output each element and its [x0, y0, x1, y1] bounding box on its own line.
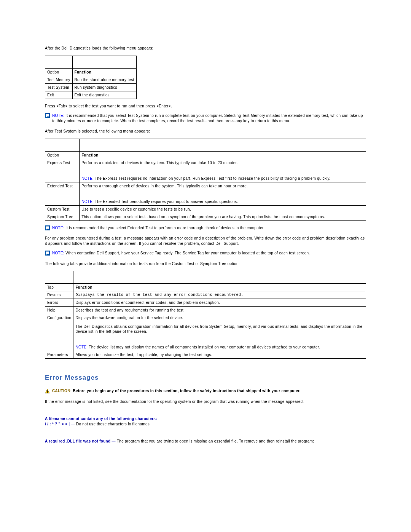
note-label: NOTE: [52, 251, 64, 255]
document-page: After the Dell Diagnostics loads the fol… [0, 0, 411, 471]
cell: Displays the results of the test and any… [73, 291, 366, 299]
table-row: Test Memory Run the stand-alone memory t… [45, 76, 137, 83]
svg-rect-1 [47, 392, 48, 392]
options-table-1: Option Function Test Memory Run the stan… [45, 56, 137, 99]
svg-rect-0 [47, 390, 48, 392]
cell: Displays the hardware configuration for … [73, 314, 366, 351]
note-text: NOTE: When contacting Dell Support, have… [52, 251, 310, 256]
table-row: Custom Test Use to test a specific devic… [45, 205, 366, 213]
cell-note: NOTE: The device list may not display th… [75, 345, 364, 350]
table-row: Configuration Displays the hardware conf… [45, 314, 366, 351]
note-label: NOTE: [75, 345, 88, 349]
error-title: A filename cannot contain any of the fol… [45, 417, 157, 421]
note-body: The device list may not display the name… [88, 345, 320, 349]
table-row: Help Describes the test and any requirem… [45, 307, 366, 314]
table-row: Test System Run system diagnostics [45, 83, 137, 91]
note-body: The Extended Test periodically requires … [94, 200, 238, 204]
note-text: NOTE: It is recommended that you select … [52, 113, 366, 123]
cell-note: NOTE: The Extended Test periodically req… [81, 199, 364, 204]
cell: Results [45, 291, 73, 299]
cell: Run system diagnostics [72, 83, 136, 91]
table-row: Extended Test Performs a thorough check … [45, 182, 366, 205]
table-row: Exit Exit the diagnostics [45, 91, 137, 99]
note-block: NOTE: It is recommended that you select … [45, 225, 366, 231]
table-row: Results Displays the results of the test… [45, 291, 366, 299]
table-header-function: Function [80, 151, 366, 159]
cell: Run the stand-alone memory test [72, 76, 136, 83]
note-body: It is recommended that you select Test S… [52, 113, 363, 123]
cell-text: The Dell Diagnostics obtains configurati… [75, 324, 364, 334]
cell: Use to test a specific device or customi… [80, 205, 366, 213]
cell: Help [45, 307, 73, 314]
paragraph: After the Dell Diagnostics loads the fol… [45, 46, 366, 51]
cell: Parameters [45, 351, 73, 359]
note-block: NOTE: It is recommended that you select … [45, 113, 366, 123]
error-text: The program that you are trying to open … [117, 439, 314, 443]
cell: Describes the test and any requirements … [73, 307, 366, 314]
table-header-tab: Tab [45, 284, 73, 291]
table-row: Errors Displays error conditions encount… [45, 299, 366, 307]
cell: Exit [45, 91, 73, 99]
cell: Configuration [45, 314, 73, 351]
note-body: It is recommended that you select Extend… [64, 226, 264, 230]
cell: Symptom Tree [45, 213, 80, 220]
note-icon [45, 113, 50, 118]
cell-note: NOTE: The Express Test requires no inter… [81, 176, 364, 181]
error-title: A required .DLL file was not found — [45, 439, 117, 443]
cell: Allows you to customize the test, if app… [73, 351, 366, 359]
note-body: The Express Test requires no interaction… [94, 176, 330, 181]
paragraph: For any problem encountered during a tes… [45, 236, 366, 246]
cell: Performs a thorough check of devices in … [80, 182, 366, 205]
caution-body: Before you begin any of the procedures i… [72, 389, 301, 393]
cell: Displays error conditions encountered, e… [73, 299, 366, 307]
error-message-item: A required .DLL file was not found — The… [45, 439, 366, 444]
note-label: NOTE: [81, 176, 94, 181]
caution-label: CAUTION: [52, 389, 72, 393]
cell: Custom Test [45, 205, 80, 213]
cell: Test Memory [45, 76, 73, 83]
note-icon [45, 251, 50, 256]
cell: This option allows you to select tests b… [80, 213, 366, 220]
error-message-item: A filename cannot contain any of the fol… [45, 416, 366, 427]
note-text: NOTE: It is recommended that you select … [52, 225, 264, 231]
note-label: NOTE: [52, 113, 64, 118]
cell-text: Displays the hardware configuration for … [75, 315, 364, 320]
cell-text: Performs a quick test of devices in the … [81, 160, 364, 165]
options-table-2: Option Function Express Test Performs a … [45, 139, 366, 221]
error-chars: \ / : * ? " < > | — [45, 422, 76, 426]
caution-icon [45, 388, 50, 393]
note-block: NOTE: When contacting Dell Support, have… [45, 251, 366, 256]
cell: Exit the diagnostics [72, 91, 136, 99]
table-row: Express Test Performs a quick test of de… [45, 159, 366, 182]
cell-text: Performs a thorough check of devices in … [81, 184, 364, 189]
caution-block: CAUTION: Before you begin any of the pro… [45, 388, 366, 394]
note-label: NOTE: [52, 226, 64, 230]
cell: Errors [45, 299, 73, 307]
table-header-function: Function [73, 284, 366, 291]
table-header-function: Function [72, 68, 136, 76]
error-text: Do not use these characters in filenames… [76, 422, 151, 426]
paragraph: If the error message is not listed, see … [45, 399, 366, 404]
table-row: Parameters Allows you to customize the t… [45, 351, 366, 359]
table-row: Symptom Tree This option allows you to s… [45, 213, 366, 220]
note-label: NOTE: [81, 200, 94, 204]
tabs-table: Tab Function Results Displays the result… [45, 271, 366, 359]
cell: Express Test [45, 159, 80, 182]
section-heading-error-messages: Error Messages [45, 374, 366, 382]
cell: Test System [45, 83, 73, 91]
cell: Extended Test [45, 182, 80, 205]
paragraph: The following tabs provide additional in… [45, 261, 366, 267]
paragraph: Press <Tab> to select the test you want … [45, 104, 366, 109]
table-header-option: Option [45, 68, 73, 76]
paragraph: After Test System is selected, the follo… [45, 129, 366, 134]
note-icon [45, 225, 50, 230]
note-body: When contacting Dell Support, have your … [64, 251, 310, 255]
cell: Performs a quick test of devices in the … [80, 159, 366, 182]
caution-text: CAUTION: Before you begin any of the pro… [52, 388, 301, 394]
table-header-option: Option [45, 151, 80, 159]
